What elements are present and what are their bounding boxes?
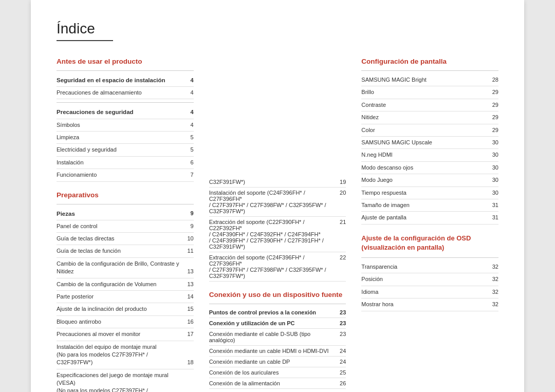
table-row: Extracción del soporte (C24F396FH* / C27… bbox=[209, 252, 346, 282]
title-underline bbox=[57, 40, 113, 41]
table-row: Contraste 29 bbox=[361, 99, 498, 111]
table-row: Cambio de la configuración de Brillo, Co… bbox=[57, 258, 194, 278]
table-row: Extracción del soporte (C22F390FH* / C22… bbox=[209, 217, 346, 252]
table-row: Instalación 6 bbox=[57, 157, 194, 169]
table-row: Color 29 bbox=[361, 124, 498, 137]
table-row: SAMSUNG MAGIC Upscale 30 bbox=[361, 137, 498, 149]
table-row: Tamaño de imagen 31 bbox=[361, 199, 498, 212]
col-left: Antes de usar el producto Seguridad en e… bbox=[57, 55, 194, 392]
table-row: Conexión mediante el cable D-SUB (tipo a… bbox=[209, 329, 346, 346]
table-row: Tiempo respuesta 30 bbox=[361, 187, 498, 199]
table-row: Brillo 29 bbox=[361, 86, 498, 99]
table-row: Precauciones de seguridad 4 bbox=[57, 106, 194, 119]
section-antes-title: Antes de usar el producto bbox=[57, 58, 194, 65]
page: Índice Antes de usar el producto Segurid… bbox=[31, 0, 524, 392]
col-mid: C32F391FW*) 19 Instalación del soporte (… bbox=[209, 55, 346, 392]
table-row: Conexión y utilización de un PC 23 bbox=[209, 318, 346, 329]
table-row: Modo Juego 30 bbox=[361, 174, 498, 186]
table-row: C32F391FW*) 19 bbox=[209, 177, 346, 188]
section-ajuste-osd: Ajuste de la configuración de OSD (visua… bbox=[361, 234, 498, 311]
section-preparativos-title: Preparativos bbox=[57, 191, 194, 199]
section-antes: Antes de usar el producto Seguridad en e… bbox=[57, 58, 194, 182]
table-row: Conexión de los auriculares 25 bbox=[209, 367, 346, 378]
content-grid: Antes de usar el producto Seguridad en e… bbox=[57, 55, 498, 392]
table-row: Instalación del soporte (C24F396FH* / C2… bbox=[209, 188, 346, 217]
table-row: Seguridad en el espacio de instalación 4 bbox=[57, 74, 194, 87]
table-row: Nitidez 29 bbox=[361, 111, 498, 124]
section-conexion: Conexión y uso de un dispositivo fuente … bbox=[209, 291, 346, 392]
page-title: Índice bbox=[57, 21, 498, 37]
table-row: Puntos de control previos a la conexión … bbox=[209, 307, 346, 318]
table-row: Conexión mediante un cable DP 24 bbox=[209, 357, 346, 367]
col-right: Configuración de pantalla SAMSUNG MAGIC … bbox=[361, 55, 498, 392]
table-row: Funcionamiento 7 bbox=[57, 169, 194, 181]
table-row: Cambio de la configuración de Volumen 13 bbox=[57, 278, 194, 291]
section-mid-top: C32F391FW*) 19 Instalación del soporte (… bbox=[209, 177, 346, 282]
table-row: Conexión mediante un cable HDMI o HDMI-D… bbox=[209, 346, 346, 357]
table-row: SAMSUNG MAGIC Bright 28 bbox=[361, 74, 498, 86]
table-row: Parte posterior 14 bbox=[57, 291, 194, 303]
table-row: Precauciones de almacenamiento 4 bbox=[57, 87, 194, 99]
table-row: Limpieza 5 bbox=[57, 132, 194, 144]
table-row: Posición 32 bbox=[361, 273, 498, 286]
table-row: Idioma 32 bbox=[361, 286, 498, 298]
table-row: Transparencia 32 bbox=[361, 261, 498, 273]
section-config-pantalla: Configuración de pantalla SAMSUNG MAGIC … bbox=[361, 58, 498, 225]
section-config-pantalla-title: Configuración de pantalla bbox=[361, 58, 498, 65]
table-row: Mostrar hora 32 bbox=[361, 298, 498, 311]
table-row: Electricidad y seguridad 5 bbox=[57, 144, 194, 156]
table-row: Precauciones al mover el monitor 17 bbox=[57, 328, 194, 341]
table-row: Bloqueo antirrobo 16 bbox=[57, 316, 194, 328]
table-row: Especificaciones del juego de montaje mu… bbox=[57, 369, 194, 392]
table-row: Guía de teclas directas 10 bbox=[57, 233, 194, 245]
table-row: N.neg HDMI 30 bbox=[361, 149, 498, 161]
table-row: Piezas 9 bbox=[57, 208, 194, 220]
table-row: Panel de control 9 bbox=[57, 220, 194, 233]
section-ajuste-osd-title: Ajuste de la configuración de OSD (visua… bbox=[361, 234, 498, 252]
section-conexion-title: Conexión y uso de un dispositivo fuente bbox=[209, 291, 346, 298]
section-preparativos: Preparativos Piezas 9 Panel de control 9… bbox=[57, 191, 194, 392]
table-row: Ajuste de pantalla 31 bbox=[361, 212, 498, 224]
table-row: Instalación del equipo de montaje mural(… bbox=[57, 341, 194, 369]
table-row: Guía de teclas de función 11 bbox=[57, 245, 194, 257]
table-row: Modo descanso ojos 30 bbox=[361, 162, 498, 174]
table-row: Símbolos 4 bbox=[57, 119, 194, 132]
table-row: Conexión de la alimentación 26 bbox=[209, 378, 346, 389]
table-row: Ajuste de la inclinación del producto 15 bbox=[57, 303, 194, 315]
